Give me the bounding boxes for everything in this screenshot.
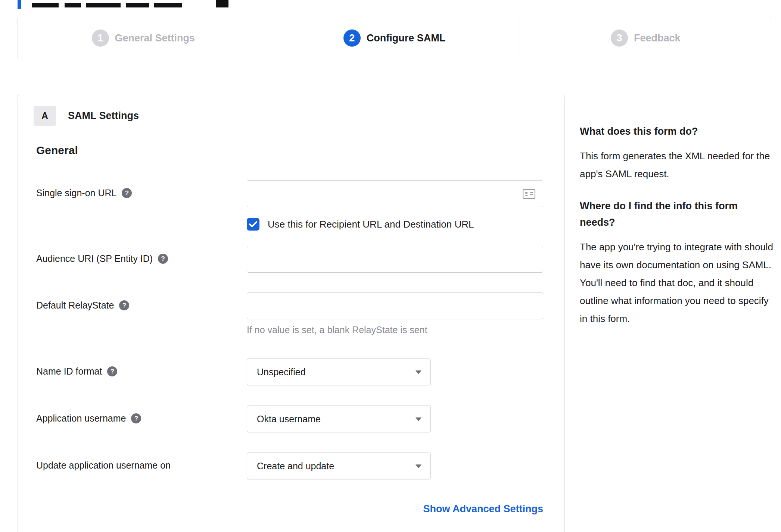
field-row-update-username: Update application username on Create an… — [36, 453, 564, 479]
relay-state-label: Default RelayState — [36, 300, 114, 311]
help-icon[interactable]: ? — [122, 188, 132, 198]
check-icon — [249, 221, 257, 228]
step-label: Configure SAML — [367, 32, 445, 44]
sso-url-label: Single sign-on URL — [36, 188, 116, 198]
help-answer-1: This form generates the XML needed for t… — [580, 147, 774, 183]
relay-state-input[interactable] — [247, 293, 543, 319]
chevron-down-icon — [416, 370, 421, 374]
help-sidebar: What does this form do? This form genera… — [580, 123, 774, 342]
chevron-down-icon — [416, 464, 421, 468]
audience-uri-label: Audience URI (SP Entity ID) — [36, 253, 153, 264]
audience-uri-input[interactable] — [247, 246, 543, 272]
saml-wizard-page: 1 General Settings 2 Configure SAML 3 Fe… — [0, 0, 781, 532]
title-glyph-fragment — [65, 3, 81, 7]
help-icon[interactable]: ? — [107, 366, 117, 376]
field-row-audience-uri: Audience URI (SP Entity ID) ? — [36, 246, 564, 273]
step-label: General Settings — [115, 32, 195, 44]
application-username-label: Application username — [36, 413, 126, 424]
relay-state-helper-text: If no value is set, a blank RelayState i… — [247, 325, 564, 337]
recipient-url-checkbox-label[interactable]: Use this for Recipient URL and Destinati… — [268, 219, 474, 230]
name-id-format-value: Unspecified — [257, 367, 306, 378]
help-icon[interactable]: ? — [158, 254, 168, 264]
wizard-stepper: 1 General Settings 2 Configure SAML 3 Fe… — [18, 17, 771, 59]
application-username-select[interactable]: Okta username — [247, 406, 431, 432]
help-question-2: Where do I find the info this form needs… — [580, 198, 774, 231]
field-row-relay-state: Default RelayState ? If no value is set,… — [36, 292, 564, 337]
step-number-badge: 3 — [611, 29, 628, 47]
sso-url-input[interactable] — [247, 181, 543, 207]
application-username-value: Okta username — [257, 414, 321, 425]
cursor-bar — [18, 0, 21, 9]
section-badge: A — [34, 106, 56, 126]
title-glyph-fragment — [216, 0, 228, 7]
audience-uri-input-wrap — [247, 246, 543, 273]
name-id-format-label: Name ID format — [36, 366, 102, 377]
advanced-settings-row: Show Advanced Settings — [36, 503, 543, 515]
field-row-name-id-format: Name ID format ? Unspecified — [36, 359, 564, 385]
update-username-select[interactable]: Create and update — [247, 453, 431, 479]
update-username-label: Update application username on — [36, 460, 171, 471]
update-username-value: Create and update — [257, 461, 334, 472]
section-header: A SAML Settings — [34, 106, 564, 125]
step-feedback[interactable]: 3 Feedback — [520, 17, 771, 59]
relay-state-input-wrap — [247, 292, 543, 319]
show-advanced-settings-link[interactable]: Show Advanced Settings — [423, 503, 543, 514]
address-card-icon — [523, 189, 535, 199]
title-glyph-fragment — [126, 3, 149, 7]
title-glyph-fragment — [86, 3, 121, 7]
help-icon[interactable]: ? — [119, 300, 129, 310]
step-number-badge: 2 — [343, 29, 361, 47]
step-number-badge: 1 — [92, 29, 109, 47]
step-configure-saml[interactable]: 2 Configure SAML — [269, 17, 520, 59]
sso-recipient-checkbox-row: Use this for Recipient URL and Destinati… — [247, 217, 564, 232]
help-icon[interactable]: ? — [131, 413, 141, 423]
chevron-down-icon — [416, 417, 421, 421]
field-row-application-username: Application username ? Okta username — [36, 406, 564, 432]
sso-url-input-wrap — [247, 180, 543, 207]
title-glyph-fragment — [154, 3, 182, 7]
step-label: Feedback — [634, 32, 681, 44]
saml-settings-card: A SAML Settings General Single sign-on U… — [18, 95, 565, 532]
name-id-format-select[interactable]: Unspecified — [247, 359, 431, 385]
field-row-sso-url: Single sign-on URL ? — [36, 180, 564, 232]
recipient-url-checkbox[interactable] — [247, 218, 259, 231]
help-question-1: What does this form do? — [580, 123, 774, 140]
section-title: SAML Settings — [68, 110, 139, 122]
help-answer-2: The app you're trying to integrate with … — [580, 238, 774, 328]
group-title: General — [36, 144, 564, 157]
clipped-page-title-fragment — [0, 0, 336, 10]
step-general-settings[interactable]: 1 General Settings — [18, 17, 269, 59]
title-glyph-fragment — [32, 3, 59, 7]
